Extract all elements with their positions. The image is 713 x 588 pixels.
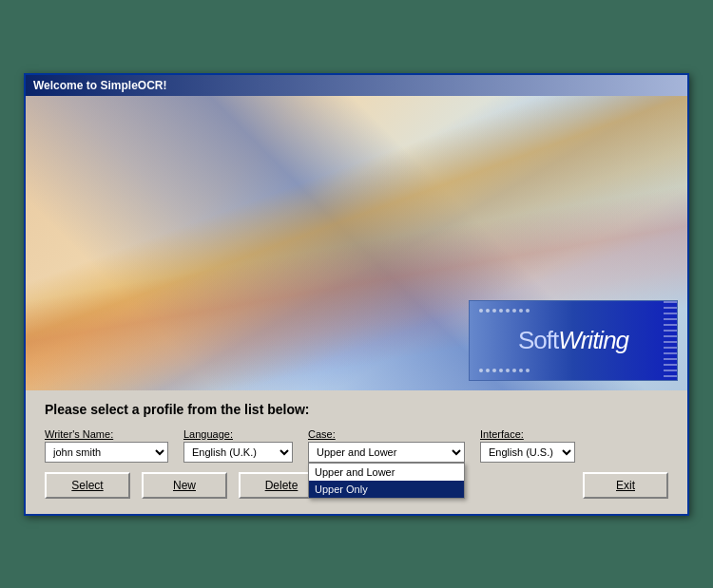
select-button[interactable]: Select — [45, 472, 130, 499]
logo-dots-top — [479, 309, 667, 313]
logo-dot — [479, 309, 483, 313]
logo-dot — [506, 369, 510, 372]
case-select[interactable]: Upper and LowerUpper Only — [308, 442, 465, 463]
writer-label: Writer's Name: — [45, 428, 168, 440]
interface-label: Interface: — [480, 428, 575, 440]
writer-select[interactable]: john smith — [45, 442, 168, 463]
logo-writing: Writing — [558, 326, 628, 354]
exit-button-label: Exit — [616, 479, 635, 492]
logo-dot — [526, 309, 530, 313]
language-field-group: Language: English (U.K.)English (U.S.)Fr… — [183, 428, 293, 463]
banner-image: SoftWriting — [26, 96, 687, 390]
select-button-label: Select — [71, 479, 103, 492]
logo-soft: Soft — [518, 326, 558, 354]
logo-dots-bottom — [479, 369, 667, 372]
logo-dot — [479, 369, 483, 372]
logo-dot — [512, 369, 516, 372]
case-label: Case: — [308, 428, 465, 440]
new-button[interactable]: New — [142, 472, 227, 499]
instruction-text: Please select a profile from the list be… — [45, 402, 668, 417]
dropdown-item-upper-and-lower[interactable]: Upper and Lower — [309, 464, 464, 481]
logo-dot — [526, 369, 530, 372]
logo-dot — [486, 309, 490, 313]
fields-row: Writer's Name: john smith Language: Engl… — [45, 428, 668, 463]
softwriting-logo: SoftWriting — [469, 300, 678, 381]
window-title: Welcome to SimpleOCR! — [33, 79, 680, 92]
logo-dot — [512, 309, 516, 313]
logo-text: SoftWriting — [518, 326, 628, 355]
title-bar: Welcome to SimpleOCR! — [26, 75, 687, 96]
case-field-group: Case: Upper and LowerUpper Only Upper an… — [308, 428, 465, 463]
logo-dot — [499, 309, 503, 313]
exit-button[interactable]: Exit — [583, 472, 668, 499]
logo-dot — [519, 369, 523, 372]
case-dropdown-container: Upper and LowerUpper Only Upper and Lowe… — [308, 442, 465, 463]
dropdown-item-upper-only[interactable]: Upper Only — [309, 481, 464, 498]
logo-dot — [486, 369, 490, 372]
language-select[interactable]: English (U.K.)English (U.S.)FrenchGerman — [183, 442, 293, 463]
interface-field-group: Interface: English (U.S.)English (U.K.) — [480, 428, 575, 463]
language-label: Language: — [183, 428, 293, 440]
logo-dot — [492, 369, 496, 372]
writer-field-group: Writer's Name: john smith — [45, 428, 168, 463]
logo-dot — [492, 309, 496, 313]
logo-dot — [499, 369, 503, 372]
logo-dot — [519, 309, 523, 313]
main-window: Welcome to SimpleOCR! SoftWriting — [24, 73, 689, 516]
delete-button-label: Delete — [265, 479, 299, 492]
new-button-label: New — [173, 479, 196, 492]
interface-select[interactable]: English (U.S.)English (U.K.) — [480, 442, 575, 463]
form-area: Please select a profile from the list be… — [26, 390, 687, 514]
logo-dot — [506, 309, 510, 313]
case-dropdown-open: Upper and Lower Upper Only — [308, 463, 465, 499]
